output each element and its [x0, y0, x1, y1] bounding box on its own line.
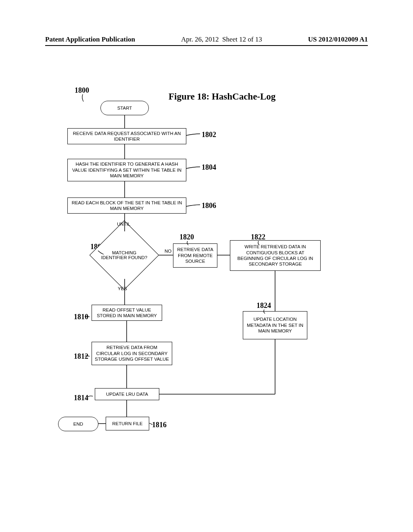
box-receive-request: RECEIVE DATA REQUEST ASSOCIATED WITH AN … [67, 128, 186, 144]
label-no: NO [165, 249, 171, 254]
end-terminator: END [58, 417, 98, 431]
ref-1800: 1800 [75, 86, 89, 95]
header-left: Patent Application Publication [45, 35, 135, 44]
ref-1820: 1820 [179, 233, 194, 241]
start-terminator: START [100, 101, 149, 115]
ref-1824: 1824 [257, 301, 271, 310]
box-read-offset: READ OFFSET VALUE STORED IN MAIN MEMORY [92, 305, 162, 321]
box-retrieve-remote: RETRIEVE DATA FROM REMOTE SOURCE [173, 243, 217, 268]
ref-1814: 1814 [74, 394, 88, 402]
box-hash-identifier: HASH THE IDENTIFIER TO GENERATE A HASH V… [67, 159, 186, 181]
decision-text: MATCHING IDENTIFIER FOUND? [100, 250, 148, 260]
box-read-blocks: READ EACH BLOCK OF THE SET IN THE TABLE … [67, 197, 186, 214]
ref-1812: 1812 [74, 352, 88, 361]
ref-1816: 1816 [152, 421, 167, 429]
page-header: Patent Application Publication Apr. 26, … [45, 35, 368, 46]
box-update-lru: UPDATE LRU DATA [95, 388, 159, 400]
ref-1810: 1810 [74, 313, 88, 321]
box-write-retrieved: WRITE RETRIEVED DATA IN CONTIGUOUS BLOCK… [230, 240, 321, 271]
box-update-metadata: UPDATE LOCATION METADATA IN THE SET IN M… [243, 311, 307, 339]
decision-matching-identifier: MATCHING IDENTIFIER FOUND? [88, 233, 161, 277]
figure-title: Figure 18: HashCache-Log [169, 91, 275, 102]
header-right: US 2012/0102009 A1 [308, 35, 368, 44]
ref-1804: 1804 [202, 163, 216, 172]
ref-1806: 1806 [202, 202, 216, 210]
box-retrieve-circular: RETRIEVE DATA FROM CIRCULAR LOG IN SECON… [92, 342, 172, 365]
label-until: UNTIL [117, 222, 130, 227]
box-return-file: RETURN FILE [106, 417, 149, 430]
header-center: Apr. 26, 2012 Sheet 12 of 13 [181, 35, 262, 44]
ref-1802: 1802 [202, 131, 216, 139]
label-yes: YES [118, 286, 127, 291]
